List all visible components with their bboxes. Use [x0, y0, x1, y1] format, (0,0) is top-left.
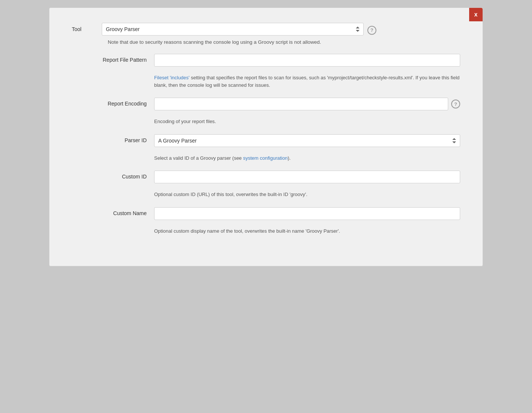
close-button[interactable]: x: [469, 8, 483, 21]
custom-name-group: Custom Name Optional custom display name…: [72, 207, 460, 235]
report-file-pattern-help-text: setting that specifies the report files …: [154, 75, 459, 88]
report-encoding-group: Report Encoding ? Encoding of your repor…: [72, 98, 460, 125]
parser-id-help-area: Select a valid ID of a Groovy parser (se…: [154, 155, 460, 162]
system-configuration-link[interactable]: system configuration: [243, 155, 288, 161]
report-encoding-label: Report Encoding: [72, 98, 154, 107]
report-encoding-help-text: Encoding of your report files.: [154, 118, 460, 125]
help-icon-label: ?: [454, 101, 457, 107]
custom-id-row: Custom ID: [72, 171, 460, 183]
fileset-link[interactable]: Fileset 'includes': [154, 75, 190, 80]
report-file-pattern-row: Report File Pattern: [72, 54, 460, 67]
custom-id-label: Custom ID: [72, 171, 154, 180]
custom-name-input[interactable]: [154, 207, 460, 220]
report-encoding-help-area: Encoding of your report files.: [154, 118, 460, 125]
parser-id-help-prefix: Select a valid ID of a Groovy parser (se…: [154, 155, 243, 161]
parser-id-select[interactable]: A Groovy Parser: [154, 134, 460, 147]
parser-id-label: Parser ID: [72, 134, 154, 143]
system-config-link-text: system configuration: [243, 155, 288, 161]
tool-row: Tool Groovy Parser ?: [72, 23, 460, 36]
report-encoding-row: Report Encoding ?: [72, 98, 460, 110]
custom-name-label: Custom Name: [72, 207, 154, 216]
report-encoding-control: ?: [154, 98, 460, 110]
custom-id-input[interactable]: [154, 171, 460, 183]
report-encoding-input[interactable]: [154, 98, 448, 110]
custom-name-input-wrapper: [154, 207, 460, 220]
tool-label: Tool: [72, 26, 102, 32]
report-file-pattern-input-wrapper: [154, 54, 460, 67]
custom-name-help-area: Optional custom display name of the tool…: [154, 227, 460, 235]
report-file-pattern-help-area: Fileset 'includes' setting that specifie…: [154, 74, 460, 89]
parser-id-control: A Groovy Parser: [154, 134, 460, 147]
report-encoding-help-icon[interactable]: ?: [451, 100, 460, 108]
custom-id-input-wrapper: [154, 171, 460, 183]
report-file-pattern-help: Fileset 'includes' setting that specifie…: [154, 74, 460, 89]
custom-name-control: [154, 207, 460, 220]
dialog: x Tool Groovy Parser ? Note that due to …: [49, 7, 483, 266]
custom-name-help-text: Optional custom display name of the tool…: [154, 227, 460, 235]
parser-id-help-text: Select a valid ID of a Groovy parser (se…: [154, 155, 460, 162]
security-note: Note that due to security reasons scanni…: [108, 39, 460, 45]
parser-id-select-wrapper: A Groovy Parser: [154, 134, 460, 147]
custom-id-help-area: Optional custom ID (URL) of this tool, o…: [154, 191, 460, 198]
parser-id-group: Parser ID A Groovy Parser Select a valid…: [72, 134, 460, 162]
report-file-pattern-input[interactable]: [154, 54, 460, 67]
report-file-pattern-group: Report File Pattern Fileset 'includes' s…: [72, 54, 460, 89]
custom-id-group: Custom ID Optional custom ID (URL) of th…: [72, 171, 460, 198]
tool-select-area: Groovy Parser ?: [102, 23, 460, 36]
custom-id-help-text: Optional custom ID (URL) of this tool, o…: [154, 191, 460, 198]
parser-id-row: Parser ID A Groovy Parser: [72, 134, 460, 147]
custom-name-row: Custom Name: [72, 207, 460, 220]
report-file-pattern-label: Report File Pattern: [72, 54, 154, 63]
tool-select[interactable]: Groovy Parser: [102, 23, 364, 36]
help-icon-label: ?: [370, 27, 373, 33]
close-label: x: [474, 11, 478, 18]
tool-help-icon[interactable]: ?: [367, 26, 376, 35]
report-encoding-input-wrapper: [154, 98, 448, 110]
report-file-pattern-control: [154, 54, 460, 67]
custom-id-control: [154, 171, 460, 183]
parser-id-help-suffix: ).: [288, 155, 291, 161]
